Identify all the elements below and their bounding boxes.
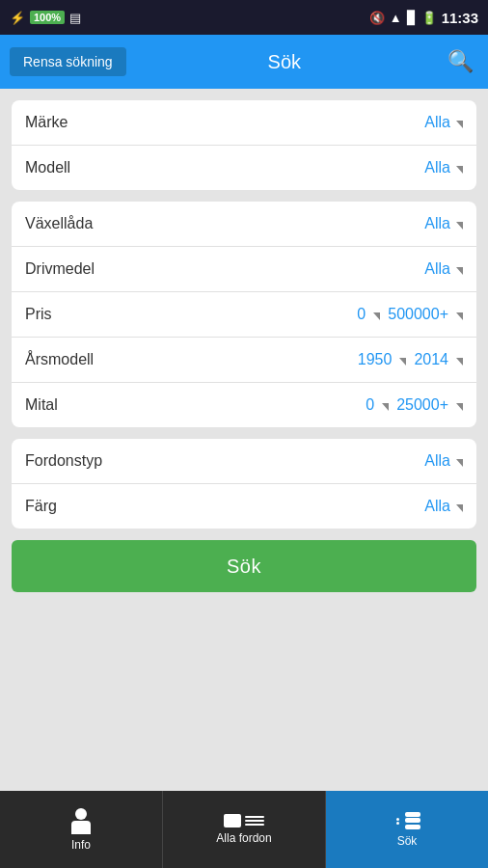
arsmodell-range: 1950 2014 [358, 351, 463, 368]
pris-min: 0 [357, 306, 366, 323]
mital-row[interactable]: Mital 0 25000+ [12, 383, 476, 427]
modell-arrow-icon [456, 166, 463, 174]
mital-min-arrow-icon [382, 403, 389, 411]
marke-row[interactable]: Märke Alla [12, 100, 476, 146]
drivmedel-arrow-icon [456, 267, 463, 275]
farg-value: Alla [424, 498, 450, 515]
marke-label: Märke [25, 114, 424, 131]
signal-icon: ▊ [407, 11, 417, 25]
bottom-tab-bar: Info Alla fordon [0, 791, 488, 868]
battery-main-icon: 🔋 [421, 11, 437, 25]
arsmodell-min: 1950 [358, 351, 393, 368]
mital-range: 0 25000+ [366, 396, 463, 414]
drivmedel-row[interactable]: Drivmedel Alla [12, 247, 476, 292]
mital-label: Mital [25, 396, 366, 414]
arsmodell-min-arrow-icon [399, 358, 406, 366]
search-button[interactable]: Sök [12, 540, 476, 592]
battery-small-icon: 100% [30, 11, 65, 24]
tab-info[interactable]: Info [0, 791, 163, 868]
vaxellada-arrow-icon [456, 222, 463, 230]
farg-label: Färg [25, 498, 424, 515]
mital-min: 0 [366, 396, 374, 414]
brand-model-card: Märke Alla Modell Alla [12, 100, 476, 190]
pris-max-arrow-icon [456, 312, 463, 320]
clear-search-button[interactable]: Rensa sökning [10, 47, 126, 76]
usb-icon: ⚡ [10, 11, 25, 25]
person-icon [71, 808, 91, 834]
arsmodell-max: 2014 [414, 351, 448, 368]
arsmodell-row[interactable]: Årsmodell 1950 2014 [12, 338, 476, 383]
pris-range: 0 500000+ [357, 306, 463, 323]
mute-icon: 🔇 [369, 11, 385, 25]
page-title: Sök [126, 51, 443, 73]
vaxellada-value: Alla [424, 215, 450, 232]
status-right-icons: 🔇 ▲ ▊ 🔋 11:33 [369, 10, 478, 26]
mital-max: 25000+ [396, 396, 448, 414]
modell-label: Modell [25, 159, 424, 176]
pris-max: 500000+ [388, 306, 448, 323]
fordonstyp-arrow-icon [456, 459, 463, 467]
search-icon[interactable]: 🔍 [443, 44, 478, 79]
status-bar: ⚡ 100% ▤ 🔇 ▲ ▊ 🔋 11:33 [0, 0, 488, 35]
tab-sok[interactable]: Sök [326, 791, 488, 868]
wifi-icon: ▲ [390, 11, 402, 25]
pris-min-arrow-icon [373, 312, 380, 320]
pris-row[interactable]: Pris 0 500000+ [12, 292, 476, 338]
tab-info-label: Info [71, 838, 91, 852]
tab-alla-fordon[interactable]: Alla fordon [163, 791, 326, 868]
sd-icon: ▤ [69, 11, 81, 25]
mital-max-arrow-icon [456, 403, 463, 411]
drivmedel-label: Drivmedel [25, 260, 424, 278]
fordonstyp-row[interactable]: Fordonstyp Alla [12, 439, 476, 484]
fordonstyp-value: Alla [424, 452, 450, 470]
marke-value: Alla [424, 114, 450, 131]
status-left-icons: ⚡ 100% ▤ [10, 11, 81, 25]
time-display: 11:33 [442, 10, 478, 26]
fordonstyp-label: Fordonstyp [25, 452, 424, 470]
farg-arrow-icon [456, 504, 463, 512]
list-icon [224, 814, 264, 827]
tab-alla-fordon-label: Alla fordon [216, 831, 271, 845]
arsmodell-label: Årsmodell [25, 351, 358, 368]
details-card: Växellåda Alla Drivmedel Alla Pris 0 500… [12, 202, 476, 427]
drivmedel-value: Alla [424, 260, 450, 278]
marke-arrow-icon [456, 121, 463, 128]
vaxellada-label: Växellåda [25, 215, 424, 232]
farg-row[interactable]: Färg Alla [12, 484, 476, 529]
main-content: Märke Alla Modell Alla Växellåda Alla Dr… [0, 89, 488, 791]
type-color-card: Fordonstyp Alla Färg Alla [12, 439, 476, 529]
pris-label: Pris [25, 306, 357, 323]
nav-bar: Rensa sökning Sök 🔍 [0, 35, 488, 89]
modell-row[interactable]: Modell Alla [12, 146, 476, 190]
cars-icon [393, 811, 420, 830]
vaxellada-row[interactable]: Växellåda Alla [12, 202, 476, 247]
modell-value: Alla [424, 159, 450, 176]
arsmodell-max-arrow-icon [456, 358, 463, 366]
tab-sok-label: Sök [397, 834, 418, 848]
